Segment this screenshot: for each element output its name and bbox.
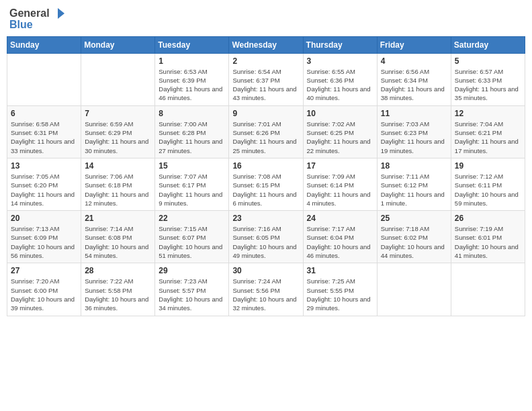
day-detail: Sunrise: 6:54 AM Sunset: 6:37 PM Dayligh… [232, 67, 299, 103]
day-number: 5 [455, 56, 521, 66]
calendar-week-row: 1 Sunrise: 6:53 AM Sunset: 6:39 PM Dayli… [7, 53, 525, 105]
calendar-cell: 26 Sunrise: 7:19 AM Sunset: 6:01 PM Dayl… [451, 211, 525, 263]
logo-general: General [9, 7, 50, 19]
day-number: 4 [381, 56, 447, 66]
day-detail: Sunrise: 7:15 AM Sunset: 6:07 PM Dayligh… [159, 224, 225, 260]
weekday-header-thursday: Thursday [303, 36, 377, 53]
calendar-cell: 29 Sunrise: 7:23 AM Sunset: 5:57 PM Dayl… [155, 263, 229, 316]
calendar-week-row: 6 Sunrise: 6:58 AM Sunset: 6:31 PM Dayli… [7, 105, 525, 158]
day-detail: Sunrise: 7:02 AM Sunset: 6:25 PM Dayligh… [307, 120, 373, 155]
day-number: 17 [307, 161, 373, 171]
day-number: 16 [232, 161, 299, 171]
day-detail: Sunrise: 7:14 AM Sunset: 6:08 PM Dayligh… [85, 224, 151, 260]
day-detail: Sunrise: 6:53 AM Sunset: 6:39 PM Dayligh… [159, 67, 225, 103]
day-detail: Sunrise: 6:58 AM Sunset: 6:31 PM Dayligh… [11, 120, 77, 155]
calendar-cell: 5 Sunrise: 6:57 AM Sunset: 6:33 PM Dayli… [451, 53, 525, 105]
day-detail: Sunrise: 7:07 AM Sunset: 6:17 PM Dayligh… [159, 172, 225, 208]
calendar-cell [7, 53, 81, 105]
calendar-cell: 14 Sunrise: 7:06 AM Sunset: 6:18 PM Dayl… [81, 158, 155, 210]
calendar-cell [377, 263, 451, 316]
day-detail: Sunrise: 7:01 AM Sunset: 6:26 PM Dayligh… [232, 120, 299, 155]
calendar-cell: 28 Sunrise: 7:22 AM Sunset: 5:58 PM Dayl… [81, 263, 155, 316]
calendar-cell: 17 Sunrise: 7:09 AM Sunset: 6:14 PM Dayl… [303, 158, 377, 210]
day-number: 1 [159, 56, 225, 66]
day-detail: Sunrise: 7:13 AM Sunset: 6:09 PM Dayligh… [11, 224, 77, 260]
day-number: 28 [85, 266, 151, 275]
day-detail: Sunrise: 6:59 AM Sunset: 6:29 PM Dayligh… [85, 120, 151, 155]
day-detail: Sunrise: 7:08 AM Sunset: 6:15 PM Dayligh… [232, 172, 299, 208]
day-detail: Sunrise: 6:55 AM Sunset: 6:36 PM Dayligh… [307, 67, 373, 103]
logo-blue: Blue [9, 19, 64, 31]
calendar-cell: 23 Sunrise: 7:16 AM Sunset: 6:05 PM Dayl… [229, 211, 303, 263]
calendar-cell: 2 Sunrise: 6:54 AM Sunset: 6:37 PM Dayli… [229, 53, 303, 105]
logo: General Blue [9, 7, 64, 31]
calendar-cell: 6 Sunrise: 6:58 AM Sunset: 6:31 PM Dayli… [7, 105, 81, 158]
day-number: 30 [232, 266, 299, 275]
day-detail: Sunrise: 7:18 AM Sunset: 6:02 PM Dayligh… [381, 224, 447, 260]
day-detail: Sunrise: 7:16 AM Sunset: 6:05 PM Dayligh… [232, 224, 299, 260]
weekday-header-friday: Friday [377, 36, 451, 53]
calendar-cell: 10 Sunrise: 7:02 AM Sunset: 6:25 PM Dayl… [303, 105, 377, 158]
day-number: 13 [11, 161, 77, 171]
day-number: 12 [455, 109, 521, 118]
day-detail: Sunrise: 7:03 AM Sunset: 6:23 PM Dayligh… [381, 120, 447, 155]
day-number: 10 [307, 109, 373, 118]
day-number: 15 [159, 161, 225, 171]
day-number: 22 [159, 214, 225, 223]
day-number: 18 [381, 161, 447, 171]
day-number: 27 [11, 266, 77, 275]
day-number: 23 [232, 214, 299, 223]
day-detail: Sunrise: 7:20 AM Sunset: 6:00 PM Dayligh… [11, 277, 77, 312]
calendar-table: SundayMondayTuesdayWednesdayThursdayFrid… [7, 36, 525, 316]
calendar-cell: 21 Sunrise: 7:14 AM Sunset: 6:08 PM Dayl… [81, 211, 155, 263]
day-number: 7 [85, 109, 151, 118]
day-number: 9 [232, 109, 299, 118]
day-detail: Sunrise: 7:22 AM Sunset: 5:58 PM Dayligh… [85, 277, 151, 312]
calendar-cell: 20 Sunrise: 7:13 AM Sunset: 6:09 PM Dayl… [7, 211, 81, 263]
calendar-cell [81, 53, 155, 105]
calendar-cell: 11 Sunrise: 7:03 AM Sunset: 6:23 PM Dayl… [377, 105, 451, 158]
calendar-cell: 4 Sunrise: 6:56 AM Sunset: 6:34 PM Dayli… [377, 53, 451, 105]
day-number: 26 [455, 214, 521, 223]
calendar-cell: 1 Sunrise: 6:53 AM Sunset: 6:39 PM Dayli… [155, 53, 229, 105]
day-number: 31 [307, 266, 373, 275]
calendar-cell: 9 Sunrise: 7:01 AM Sunset: 6:26 PM Dayli… [229, 105, 303, 158]
weekday-header-row: SundayMondayTuesdayWednesdayThursdayFrid… [7, 36, 525, 53]
day-number: 24 [307, 214, 373, 223]
day-detail: Sunrise: 7:23 AM Sunset: 5:57 PM Dayligh… [159, 277, 225, 312]
logo-text: General Blue [9, 7, 64, 31]
day-detail: Sunrise: 7:09 AM Sunset: 6:14 PM Dayligh… [307, 172, 373, 208]
day-number: 11 [381, 109, 447, 118]
logo-triangle-icon [51, 7, 64, 20]
calendar-week-row: 20 Sunrise: 7:13 AM Sunset: 6:09 PM Dayl… [7, 211, 525, 263]
calendar-cell: 19 Sunrise: 7:12 AM Sunset: 6:11 PM Dayl… [451, 158, 525, 210]
day-detail: Sunrise: 7:25 AM Sunset: 5:55 PM Dayligh… [307, 277, 373, 312]
day-number: 3 [307, 56, 373, 66]
day-detail: Sunrise: 7:24 AM Sunset: 5:56 PM Dayligh… [232, 277, 299, 312]
calendar-cell: 3 Sunrise: 6:55 AM Sunset: 6:36 PM Dayli… [303, 53, 377, 105]
day-number: 20 [11, 214, 77, 223]
weekday-header-wednesday: Wednesday [229, 36, 303, 53]
calendar-cell: 27 Sunrise: 7:20 AM Sunset: 6:00 PM Dayl… [7, 263, 81, 316]
day-detail: Sunrise: 7:06 AM Sunset: 6:18 PM Dayligh… [85, 172, 151, 208]
day-detail: Sunrise: 7:05 AM Sunset: 6:20 PM Dayligh… [11, 172, 77, 208]
page-header: General Blue [7, 7, 525, 31]
calendar-cell: 12 Sunrise: 7:04 AM Sunset: 6:21 PM Dayl… [451, 105, 525, 158]
day-detail: Sunrise: 7:12 AM Sunset: 6:11 PM Dayligh… [455, 172, 521, 208]
day-detail: Sunrise: 7:17 AM Sunset: 6:04 PM Dayligh… [307, 224, 373, 260]
calendar-cell: 7 Sunrise: 6:59 AM Sunset: 6:29 PM Dayli… [81, 105, 155, 158]
weekday-header-monday: Monday [81, 36, 155, 53]
day-number: 2 [232, 56, 299, 66]
calendar-cell: 13 Sunrise: 7:05 AM Sunset: 6:20 PM Dayl… [7, 158, 81, 210]
day-detail: Sunrise: 7:11 AM Sunset: 6:12 PM Dayligh… [381, 172, 447, 208]
svg-marker-0 [58, 8, 64, 19]
day-number: 19 [455, 161, 521, 171]
calendar-cell: 31 Sunrise: 7:25 AM Sunset: 5:55 PM Dayl… [303, 263, 377, 316]
calendar-cell: 25 Sunrise: 7:18 AM Sunset: 6:02 PM Dayl… [377, 211, 451, 263]
calendar-cell: 16 Sunrise: 7:08 AM Sunset: 6:15 PM Dayl… [229, 158, 303, 210]
day-detail: Sunrise: 7:04 AM Sunset: 6:21 PM Dayligh… [455, 120, 521, 155]
calendar-cell: 15 Sunrise: 7:07 AM Sunset: 6:17 PM Dayl… [155, 158, 229, 210]
calendar-cell [451, 263, 525, 316]
day-number: 29 [159, 266, 225, 275]
calendar-cell: 22 Sunrise: 7:15 AM Sunset: 6:07 PM Dayl… [155, 211, 229, 263]
